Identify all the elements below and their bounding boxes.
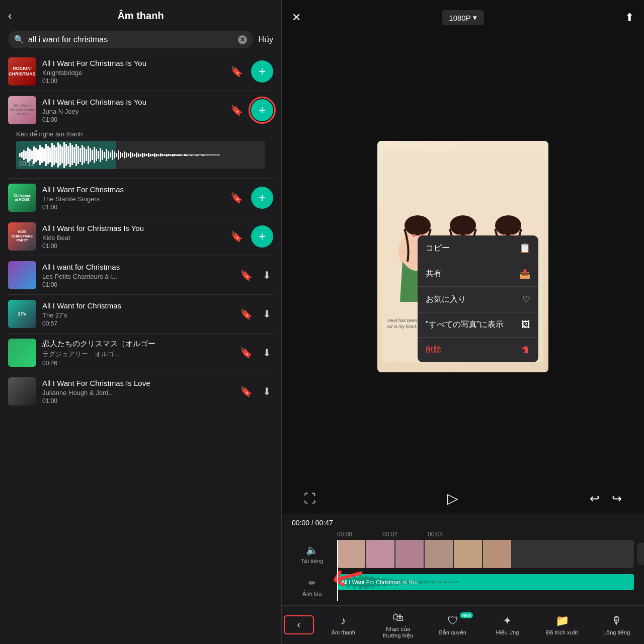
toolbar-label: Âm thanh	[332, 629, 355, 635]
waveform[interactable]: 00:11	[16, 141, 265, 169]
cancel-button[interactable]: Hủy	[258, 35, 273, 44]
track-info: All I Want For Christmas Is Love Juliann…	[42, 378, 232, 405]
back-chevron-icon: ‹	[297, 618, 300, 631]
list-item: All I want for Christmas Les Petits Chan…	[0, 256, 281, 294]
toolbar-label: Hiệu ứng	[496, 629, 519, 636]
toolbar-item-ban-quyen[interactable]: New 🛡 Bản quyền	[425, 614, 480, 636]
search-input[interactable]	[28, 35, 234, 44]
track-info: All I Want For Christmas Is You Juna N J…	[42, 97, 222, 124]
folder-icon: 📁	[555, 614, 569, 627]
preview-area: seed has been ed in my heart... "At time…	[282, 30, 644, 483]
svg-point-13	[495, 215, 521, 235]
add-button[interactable]: +	[251, 60, 273, 83]
svg-text:ed in my heart...: ed in my heart...	[387, 324, 420, 329]
add-button-highlighted[interactable]: +	[251, 99, 273, 121]
download-button[interactable]: ⬇	[261, 306, 273, 322]
context-copy-label: コピー	[426, 243, 450, 254]
download-button[interactable]: ⬇	[261, 383, 273, 399]
bookmark-button[interactable]: 🔖	[228, 102, 245, 118]
toolbar-item-da-trich[interactable]: 📁 Đã trích xuất	[535, 614, 590, 636]
track-name: All I Want for Christmas	[42, 301, 232, 311]
track-artist: The 27's	[42, 311, 232, 319]
search-icon: 🔍	[14, 35, 24, 44]
track-thumbnail	[8, 261, 36, 289]
share-icon: 📤	[519, 268, 530, 279]
effects-icon: ✦	[503, 614, 512, 627]
bookmark-button[interactable]: 🔖	[238, 306, 255, 322]
left-header: ‹ Âm thanh	[0, 0, 281, 27]
context-menu-share[interactable]: 共有 📤	[418, 261, 538, 287]
list-item: 恋人たちのクリスマス（オルゴー ラグジュアリー オルゴ... 00:46 🔖 ⬇	[0, 334, 281, 372]
add-button[interactable]: +	[251, 187, 273, 209]
ruler-mark-0: 00:00	[337, 531, 352, 538]
bookmark-button[interactable]: 🔖	[228, 228, 245, 245]
svg-point-4	[413, 234, 416, 237]
bookmark-button[interactable]: 🔖	[238, 267, 255, 283]
add-track-button[interactable]: +	[637, 543, 644, 565]
audio-track-label: All I Want For Christmas Is You	[341, 579, 418, 585]
context-menu-show-photos[interactable]: "すべての写真"に表示 🖼	[418, 312, 538, 338]
fullscreen-button[interactable]: ⛶	[302, 490, 318, 508]
track-artist: The Starlite Singers	[42, 195, 222, 203]
download-button[interactable]: ⬇	[261, 345, 273, 361]
timeline-area: 00:00 / 00:47 00:00 00:02 00:04 🔈 Tất ti…	[282, 514, 644, 605]
undo-button[interactable]: ↩	[588, 490, 602, 508]
track-duration: 01:00	[42, 77, 222, 85]
bookmark-button[interactable]: 🔖	[238, 345, 255, 361]
play-button[interactable]: ▷	[445, 488, 460, 509]
toolbar-item-am-thanh[interactable]: ♪ Âm thanh	[316, 614, 371, 635]
bookmark-button[interactable]: 🔖	[228, 190, 245, 206]
bookmark-button[interactable]: 🔖	[238, 383, 255, 399]
list-item: KIDSCHRISTMASPARTY All I Want for Christ…	[0, 217, 281, 256]
toolbar-back-button[interactable]: ‹	[284, 615, 314, 634]
context-menu-copy[interactable]: コピー 📋	[418, 235, 538, 261]
audio-track[interactable]: All I Want For Christmas Is You	[337, 574, 634, 590]
context-menu-favorite[interactable]: お気に入り ♡	[418, 287, 538, 312]
list-item: ROCKIN'CHRISTMAS All I Want For Christma…	[0, 52, 281, 91]
video-preview: seed has been ed in my heart... "At time…	[377, 141, 548, 372]
copy-icon: 📋	[519, 243, 530, 254]
close-button[interactable]: ✕	[292, 11, 301, 24]
video-track[interactable]	[337, 540, 634, 568]
track-name: All I Want For Christmas Is You	[42, 58, 222, 68]
mute-label: 🔈 Tất tiếng	[292, 540, 332, 568]
heart-icon: ♡	[522, 294, 530, 305]
chevron-down-icon: ▾	[473, 13, 477, 22]
track-info: All I Want for Christmas Is You Kids Bea…	[42, 223, 222, 250]
ruler-mark-2: 00:04	[428, 531, 443, 538]
track-info: All I Want For Christmas Is You Knightsb…	[42, 58, 222, 85]
quality-button[interactable]: 1080P ▾	[442, 10, 484, 25]
track-info: All I Want For Christmas The Starlite Si…	[42, 185, 222, 211]
track-artist: Julianne Hough & Jord...	[42, 389, 232, 396]
search-input-wrap[interactable]: 🔍 ✕	[8, 31, 253, 48]
bookmark-button[interactable]: 🔖	[228, 63, 245, 79]
upload-button[interactable]: ⬆	[625, 11, 634, 24]
track-name: All I Want For Christmas Is You	[42, 97, 222, 107]
track-thumbnail: ROCKIN'CHRISTMAS	[8, 57, 36, 86]
track-duration: 00:46	[42, 360, 232, 367]
timeline-cursor	[337, 540, 338, 601]
mic-icon: 🎙	[611, 614, 622, 627]
current-timecode: 00:00 / 00:47	[292, 519, 333, 527]
playback-controls: ⛶ ▷ ↩ ↪	[282, 483, 644, 514]
download-button[interactable]: ⬇	[261, 267, 273, 283]
add-button[interactable]: +	[251, 225, 273, 248]
brand-music-icon: 🛍	[392, 611, 404, 624]
redo-button[interactable]: ↪	[610, 490, 624, 508]
toolbar-item-long-tieng[interactable]: 🎙 Lồng tiếng	[589, 614, 644, 636]
context-menu-delete[interactable]: 削除 🗑	[418, 338, 538, 362]
back-button[interactable]: ‹	[8, 10, 12, 23]
track-thumbnail	[8, 377, 36, 406]
timeline-header: 00:00 / 00:47	[282, 519, 644, 531]
trash-icon: 🗑	[521, 345, 530, 355]
list-item: 27's All I Want for Christmas The 27's 0…	[0, 295, 281, 333]
clear-button[interactable]: ✕	[238, 35, 247, 44]
track-thumbnail: All I Wantfor ChristmasIs You	[8, 96, 36, 124]
waveform-section: Kéo để nghe âm thanh 00:11	[8, 130, 273, 173]
toolbar-label: Nhạc củathương hiệu	[383, 626, 413, 639]
track-duration: 01:00	[42, 116, 222, 123]
toolbar-item-nhac[interactable]: 🛍 Nhạc củathương hiệu	[371, 611, 426, 639]
drag-hint: Kéo để nghe âm thanh	[16, 130, 265, 138]
track-artist: Knightsbridge	[42, 69, 222, 76]
toolbar-item-hieu-ung[interactable]: ✦ Hiệu ứng	[480, 614, 535, 636]
